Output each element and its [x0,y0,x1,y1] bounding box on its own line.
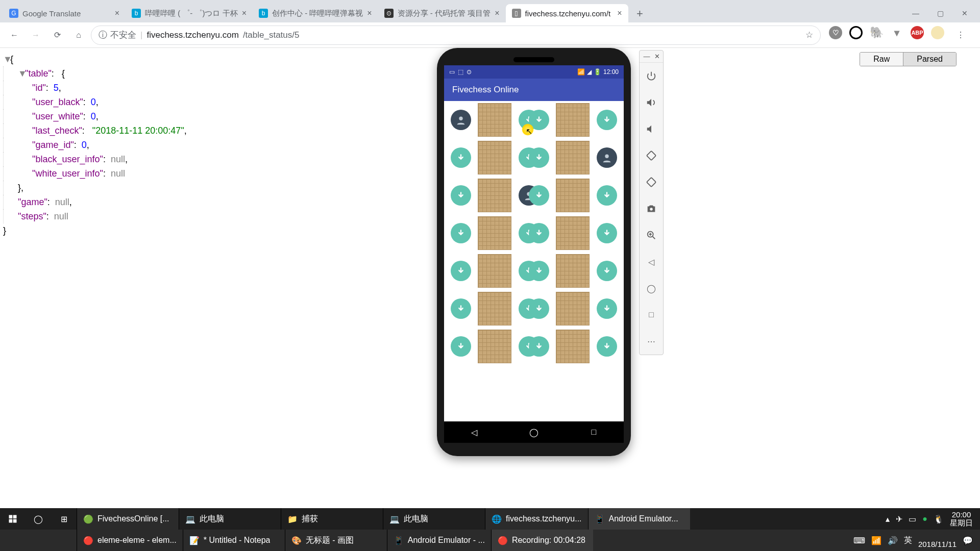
nav-home-button[interactable]: ◯ [528,426,540,438]
board-icon[interactable] [556,292,590,325]
taskbar-app[interactable]: 🌐fivechess.tzchenyu... [485,508,588,530]
board-icon[interactable] [556,330,590,363]
cortana-button[interactable]: ◯ [26,508,51,530]
ext-heart-icon[interactable]: ♡ [829,26,842,39]
seat-left[interactable] [451,147,471,168]
emu-volume-up-icon[interactable] [640,89,663,116]
browser-tab[interactable]: GGoogle Translate× [3,4,126,22]
tab-close-icon[interactable]: × [242,9,247,18]
json-viewer[interactable]: ▼{ ▼"table": { "id": 5, "user_black": 0,… [3,52,330,238]
table-list[interactable] [444,101,624,421]
taskbar-app[interactable]: 📁捕获 [281,508,383,530]
taskbar-app[interactable]: 🔴eleme-eleme - elem... [77,530,183,551]
board-icon[interactable] [556,103,590,137]
seat-right[interactable] [597,185,617,206]
address-bar[interactable]: ⓘ 不安全 | fivechess.tzchenyu.com/table_sta… [91,26,821,45]
emulator-screen[interactable]: ▭⬚⊙ 📶◢🔋12:00 Fivechess Online ◁ ◯ □ [444,65,624,443]
board-icon[interactable] [556,179,590,212]
seat-right[interactable] [597,298,617,319]
taskview-button[interactable]: ⊞ [51,508,77,530]
tray-ime[interactable]: 英 [904,535,912,546]
parsed-toggle[interactable]: Parsed [903,53,956,66]
ext-down-icon[interactable]: ▾ [890,26,903,39]
back-button[interactable]: ← [5,26,23,44]
seat-right[interactable] [597,223,617,243]
seat-left[interactable] [451,223,471,243]
emu-min-button[interactable]: — [643,53,651,60]
bookmark-star-icon[interactable]: ☆ [805,30,813,40]
nav-back-button[interactable]: ◁ [468,426,480,438]
emu-overview-icon[interactable]: □ [640,302,663,328]
seat-left[interactable] [451,298,471,319]
emu-power-icon[interactable] [640,63,663,89]
seat-left[interactable] [451,336,471,357]
tray-up-icon[interactable]: ▴ [886,514,890,524]
tray-volume-icon[interactable]: 🔊 [888,536,898,545]
reload-button[interactable]: ⟳ [48,26,66,44]
board-icon[interactable] [556,254,590,288]
tab-close-icon[interactable]: × [367,9,372,18]
seat-mid-right[interactable] [529,223,549,243]
taskbar-app[interactable]: 💻此电脑 [179,508,281,530]
board-icon[interactable] [478,254,511,288]
emu-home-icon[interactable]: ◯ [640,275,663,302]
window-max-button[interactable]: ▢ [928,4,952,22]
browser-tab[interactable]: b哔哩哔哩 ( ゜- ゜)つロ 干杯× [126,4,253,22]
board-icon[interactable] [556,216,590,250]
seat-left[interactable] [451,185,471,206]
window-min-button[interactable]: — [903,4,928,22]
ext-circle-icon[interactable] [849,26,863,39]
browser-tab[interactable]: ⊙资源分享 - 代码托管 项目管× [378,4,506,22]
tab-close-icon[interactable]: × [495,9,499,18]
tray-wifi-icon[interactable]: 📶 [871,536,881,545]
board-icon[interactable] [478,103,511,137]
seat-right[interactable] [597,261,617,281]
tray-qq-icon[interactable]: 🐧 [934,514,944,524]
board-icon[interactable] [478,292,511,325]
emu-screenshot-icon[interactable] [640,195,663,222]
seat-mid-right[interactable] [529,147,549,168]
tray-telegram-icon[interactable]: ✈ [896,514,902,524]
forward-button[interactable]: → [27,26,45,44]
seat-mid-right[interactable] [529,336,549,357]
ext-abp-icon[interactable]: ABP [911,26,924,39]
window-close-button[interactable]: ✕ [952,4,977,22]
tray-monitor-icon[interactable]: ▭ [909,514,916,524]
seat-right[interactable] [597,336,617,357]
seat-mid-right[interactable] [529,298,549,319]
browser-tab[interactable]: ▯fivechess.tzchenyu.com/t× [506,4,628,22]
board-icon[interactable] [478,179,511,212]
ext-evernote-icon[interactable]: 🐘 [870,26,883,39]
tray-notifications-icon[interactable]: 💬 [963,536,973,545]
taskbar-app[interactable]: 📱Android Emulator - ... [387,530,491,551]
browser-tab[interactable]: b创作中心 - 哔哩哔哩弹幕视× [253,4,378,22]
board-icon[interactable] [478,141,511,174]
seat-right[interactable] [597,110,617,130]
board-icon[interactable] [478,330,511,363]
emu-close-button[interactable]: ✕ [653,53,661,60]
tray-bt-icon[interactable]: ⌨ [853,536,865,545]
nav-recents-button[interactable]: □ [587,426,600,438]
taskbar-app[interactable]: 🟢FivechessOnline [... [77,508,179,530]
emu-zoom-icon[interactable] [640,222,663,248]
seat-left[interactable] [451,261,471,281]
emu-more-icon[interactable]: ⋯ [640,328,663,355]
seat-mid-right[interactable] [529,261,549,281]
seat-right[interactable] [597,147,617,168]
seat-left[interactable] [451,110,471,130]
chrome-menu-button[interactable]: ⋮ [951,26,970,44]
home-button[interactable]: ⌂ [69,26,88,44]
taskbar-app[interactable]: 🎨无标题 - 画图 [285,530,387,551]
start-button[interactable] [0,508,26,530]
tray-wechat-icon[interactable]: ● [922,514,927,523]
emu-rotate-right-icon[interactable] [640,169,663,195]
emu-rotate-left-icon[interactable] [640,142,663,169]
board-icon[interactable] [556,141,590,174]
taskbar-app[interactable]: 📱Android Emulator... [588,508,690,530]
seat-mid-right[interactable] [529,185,549,206]
board-icon[interactable] [478,216,511,250]
emu-back-icon[interactable]: ◁ [640,248,663,275]
ext-avatar-icon[interactable] [931,26,944,39]
taskbar-app[interactable]: 💻此电脑 [383,508,485,530]
seat-mid-right[interactable] [529,110,549,130]
